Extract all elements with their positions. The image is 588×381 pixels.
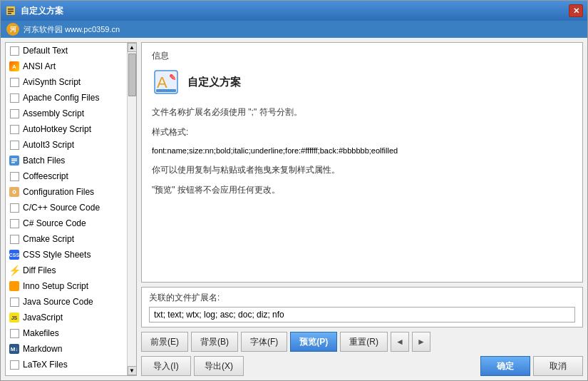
title-text: 自定义方案 <box>21 5 63 17</box>
list-icon-inno <box>9 280 20 292</box>
info-icon: A ✎ <box>152 68 180 96</box>
info-line2-label: 样式格式: <box>152 125 572 141</box>
list-item-css[interactable]: CSS CSS Style Sheets <box>6 247 127 263</box>
scrollbar[interactable]: ▲ ▼ <box>127 43 136 375</box>
list-item-coffeescript[interactable]: Coffeescript <box>6 168 127 184</box>
svg-rect-2 <box>8 11 14 12</box>
list-item-ansi-art[interactable]: A ANSI Art <box>6 59 127 74</box>
info-line3: 你可以使用复制与粘贴或者拖曳来复制样式属性。 <box>152 163 572 178</box>
info-line2-value: font:name;size:nn;bold;italic;underline;… <box>152 144 572 158</box>
info-line4: "预览" 按钮将不会应用任何更改。 <box>152 183 572 198</box>
fg-button[interactable]: 前景(E) <box>141 332 188 352</box>
list-item-autohotkey[interactable]: AutoHotkey Script <box>6 121 127 137</box>
watermark-bar: 河 河东软件园 www.pc0359.cn <box>1 21 587 38</box>
list-icon-lua: 🌙 <box>9 375 20 375</box>
list-icon-latex <box>9 359 20 370</box>
list-icon-markdown: M↓ <box>9 343 20 355</box>
title-bar-controls: ✕ <box>569 4 583 17</box>
left-panel: Default Text A ANSI Art AviSynth Script <box>5 42 137 376</box>
list-item-default-text[interactable]: Default Text <box>6 43 127 59</box>
import-button[interactable]: 导入(I) <box>141 356 191 376</box>
list-item-java[interactable]: Java Source Code <box>6 294 127 310</box>
color-buttons-row: 前景(E) 背景(B) 字体(F) 预览(P) 重置(R) ◄ ► <box>141 332 583 352</box>
info-body: 文件名称扩展名必须使用 ";" 符号分割。 样式格式: font:name;si… <box>152 105 572 198</box>
list-icon-avisynth <box>9 76 20 88</box>
list-icon-ansi-art: A <box>9 61 20 72</box>
list-icon-cpp <box>9 202 20 213</box>
scroll-up-arrow[interactable]: ▲ <box>128 43 137 52</box>
svg-rect-1 <box>8 9 14 10</box>
list-icon-java <box>9 296 20 308</box>
info-box: 信息 A ✎ 自定义方案 文件名称扩展名必须使用 ";" 符号分 <box>141 42 583 283</box>
right-panel: 信息 A ✎ 自定义方案 文件名称扩展名必须使用 ";" 符号分 <box>141 42 583 376</box>
svg-rect-3 <box>8 13 11 14</box>
reset-button[interactable]: 重置(R) <box>340 332 388 352</box>
ok-button[interactable]: 确定 <box>480 356 530 376</box>
list-item-cpp[interactable]: C/C++ Source Code <box>6 200 127 215</box>
list-item-diff[interactable]: ⚡ Diff Files <box>6 263 127 278</box>
watermark-text: 河东软件园 www.pc0359.cn <box>24 24 120 35</box>
list-item-configuration[interactable]: Configuration Files <box>6 184 127 200</box>
list-item-apache[interactable]: Apache Config Files <box>6 90 127 106</box>
svg-rect-4 <box>11 158 17 160</box>
list-icon-apache <box>9 92 20 103</box>
cancel-button[interactable]: 取消 <box>533 356 583 376</box>
file-ext-section: 关联的文件扩展名: <box>141 287 583 327</box>
list-icon-autoit3 <box>9 139 20 151</box>
preview-button[interactable]: 预览(P) <box>290 332 337 352</box>
export-button[interactable]: 导出(X) <box>194 356 244 376</box>
list-icon-batch <box>9 155 20 166</box>
list-item-autoit3[interactable]: AutoIt3 Script <box>6 137 127 153</box>
bg-button[interactable]: 背景(B) <box>191 332 238 352</box>
svg-rect-11 <box>156 89 176 92</box>
list-wrapper: Default Text A ANSI Art AviSynth Script <box>6 43 136 375</box>
list-item-latex[interactable]: LaTeX Files <box>6 357 127 372</box>
font-button[interactable]: 字体(F) <box>241 332 287 352</box>
svg-rect-6 <box>11 162 15 163</box>
list-icon-cmake <box>9 233 20 245</box>
list-icon-csharp <box>9 218 20 229</box>
list-icon-assembly <box>9 108 20 119</box>
list-item-avisynth[interactable]: AviSynth Script <box>6 74 127 90</box>
info-line1: 文件名称扩展名必须使用 ";" 符号分割。 <box>152 105 572 121</box>
scroll-thumb[interactable] <box>128 54 136 96</box>
list-item-csharp[interactable]: C# Source Code <box>6 215 127 231</box>
list-icon-css: CSS <box>9 249 20 260</box>
title-bar: 自定义方案 ✕ <box>1 1 587 21</box>
list-item-javascript[interactable]: JS JavaScript <box>6 310 127 325</box>
list-icon-diff: ⚡ <box>9 265 20 276</box>
file-ext-input[interactable] <box>149 307 575 322</box>
svg-text:✎: ✎ <box>169 73 176 83</box>
svg-rect-5 <box>11 161 17 162</box>
info-header: A ✎ 自定义方案 <box>152 68 572 96</box>
list-icon-javascript: JS <box>9 312 20 323</box>
list-item-markdown[interactable]: M↓ Markdown <box>6 341 127 357</box>
info-section-label: 信息 <box>152 50 572 62</box>
footer-buttons-row: 导入(I) 导出(X) 确定 取消 <box>141 356 583 376</box>
info-title: 自定义方案 <box>187 76 241 89</box>
content-area: Default Text A ANSI Art AviSynth Script <box>1 38 587 380</box>
list-item-assembly[interactable]: Assembly Script <box>6 106 127 121</box>
list-icon-autohotkey <box>9 123 20 135</box>
file-ext-label: 关联的文件扩展名: <box>149 292 575 304</box>
list-item-makefiles[interactable]: Makefiles <box>6 325 127 341</box>
list-item-lua[interactable]: 🌙 Lua Script <box>6 372 127 375</box>
list-item-inno[interactable]: Inno Setup Script <box>6 278 127 294</box>
main-window: 自定义方案 ✕ 河 河东软件园 www.pc0359.cn Default <box>0 0 588 381</box>
title-bar-left: 自定义方案 <box>5 5 63 17</box>
scroll-down-arrow[interactable]: ▼ <box>128 366 137 375</box>
watermark-logo: 河 <box>6 23 19 36</box>
list-icon-makefiles <box>9 327 20 339</box>
list-icon-configuration <box>9 186 20 198</box>
list-icon-default-text <box>9 45 20 56</box>
arrow-left-button[interactable]: ◄ <box>391 332 409 352</box>
close-button[interactable]: ✕ <box>569 4 583 17</box>
file-type-list[interactable]: Default Text A ANSI Art AviSynth Script <box>6 43 127 375</box>
arrow-right-button[interactable]: ► <box>412 332 430 352</box>
list-item-batch[interactable]: Batch Files <box>6 153 127 168</box>
list-icon-coffeescript <box>9 171 20 182</box>
svg-point-8 <box>14 191 15 193</box>
list-item-cmake[interactable]: Cmake Script <box>6 231 127 247</box>
window-icon <box>5 5 16 16</box>
svg-text:A: A <box>157 73 167 91</box>
